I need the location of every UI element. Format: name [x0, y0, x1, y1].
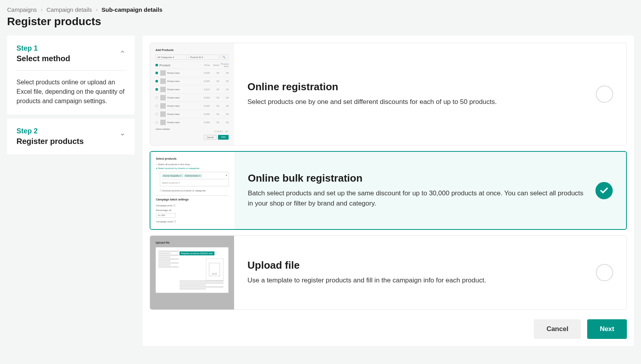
- option-title: Online registration: [247, 81, 584, 93]
- step-1-title: Select method: [16, 54, 70, 63]
- step-1-description: Select products online or upload an Exce…: [16, 78, 125, 106]
- step-1-number: Step 1: [16, 44, 70, 53]
- page-title: Register products: [7, 15, 634, 28]
- thumbnail-upload: Upload file Register products 031221.xls…: [150, 236, 234, 309]
- option-description: Use a template to register products and …: [247, 275, 584, 286]
- option-online-registration[interactable]: Add Products All Categories ▾ Product ID…: [150, 43, 627, 146]
- radio-unchecked-icon[interactable]: [596, 264, 613, 281]
- radio-unchecked-icon[interactable]: [596, 86, 613, 103]
- next-button[interactable]: Next: [587, 319, 627, 339]
- radio-checked-icon[interactable]: [595, 182, 613, 199]
- option-title: Upload file: [247, 259, 584, 271]
- thumbnail-online: Add Products All Categories ▾ Product ID…: [150, 43, 234, 145]
- chevron-down-icon: [120, 132, 125, 139]
- breadcrumb: Campaigns › Campaign details › Sub-campa…: [7, 6, 634, 13]
- option-bulk-registration[interactable]: Select products ○ Select all products in…: [150, 151, 627, 230]
- option-upload-file[interactable]: Upload file Register products 031221.xls…: [150, 235, 627, 310]
- sidebar: Step 1 Select method Select products onl…: [7, 36, 135, 346]
- option-title: Online bulk registration: [248, 172, 584, 184]
- chevron-up-icon: [120, 49, 125, 56]
- breadcrumb-current: Sub-campaign details: [101, 6, 162, 13]
- main-content: Add Products All Categories ▾ Product ID…: [143, 36, 634, 346]
- thumbnail-bulk: Select products ○ Select all products in…: [150, 152, 234, 229]
- step-1-card[interactable]: Step 1 Select method Select products onl…: [7, 36, 135, 115]
- step-2-card[interactable]: Step 2 Register products: [7, 118, 135, 155]
- option-description: Batch select products and set up the sam…: [248, 188, 584, 209]
- option-description: Select products one by one and set diffe…: [247, 97, 584, 107]
- step-2-title: Register products: [16, 137, 84, 146]
- action-bar: Cancel Next: [150, 315, 627, 339]
- breadcrumb-link-campaigns[interactable]: Campaigns: [7, 6, 37, 13]
- step-2-number: Step 2: [16, 127, 84, 135]
- breadcrumb-link-details[interactable]: Campaign details: [46, 6, 92, 13]
- chevron-right-icon: ›: [41, 7, 42, 13]
- cancel-button[interactable]: Cancel: [534, 319, 581, 339]
- chevron-right-icon: ›: [96, 7, 97, 13]
